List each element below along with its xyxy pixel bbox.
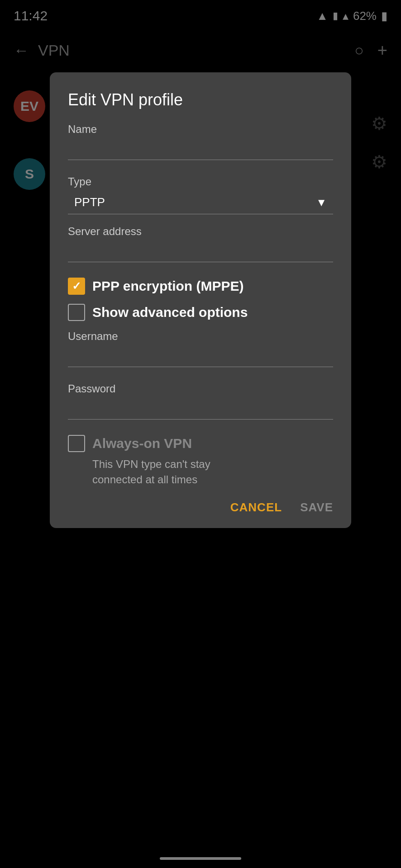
always-on-subtext: This VPN type can't stayconnected at all… <box>92 457 333 487</box>
type-dropdown-value: PPTP <box>74 195 105 209</box>
show-advanced-label: Show advanced options <box>92 305 248 320</box>
password-input[interactable] <box>68 398 333 420</box>
dialog-title: Edit VPN profile <box>68 90 333 109</box>
ppp-encryption-checkbox[interactable]: ✓ <box>68 278 85 295</box>
show-advanced-checkbox[interactable] <box>68 304 85 321</box>
server-address-field-group: Server address <box>68 225 333 273</box>
username-label: Username <box>68 330 333 343</box>
type-field-group: Type PPTP ▼ <box>68 175 333 214</box>
username-field-group: Username <box>68 330 333 378</box>
type-label: Type <box>68 175 333 188</box>
cancel-button[interactable]: CANCEL <box>230 500 282 514</box>
show-advanced-row[interactable]: Show advanced options <box>68 304 333 321</box>
chevron-down-icon: ▼ <box>316 196 327 209</box>
always-on-row: Always-on VPN <box>68 435 333 452</box>
save-button[interactable]: SAVE <box>300 500 333 514</box>
name-label: Name <box>68 123 333 136</box>
edit-vpn-dialog: Edit VPN profile Name Type PPTP ▼ Server… <box>50 72 351 528</box>
server-address-label: Server address <box>68 225 333 238</box>
password-label: Password <box>68 382 333 395</box>
password-field-group: Password <box>68 382 333 430</box>
server-address-input[interactable] <box>68 241 333 262</box>
ppp-encryption-label: PPP encryption (MPPE) <box>92 278 244 294</box>
always-on-checkbox <box>68 435 85 452</box>
username-input[interactable] <box>68 345 333 367</box>
checkmark-icon: ✓ <box>72 281 81 292</box>
name-field-group: Name <box>68 123 333 171</box>
name-input[interactable] <box>68 138 333 160</box>
dialog-actions: CANCEL SAVE <box>68 496 333 514</box>
ppp-encryption-row[interactable]: ✓ PPP encryption (MPPE) <box>68 278 333 295</box>
type-dropdown[interactable]: PPTP ▼ <box>68 191 333 214</box>
always-on-label: Always-on VPN <box>92 436 192 451</box>
